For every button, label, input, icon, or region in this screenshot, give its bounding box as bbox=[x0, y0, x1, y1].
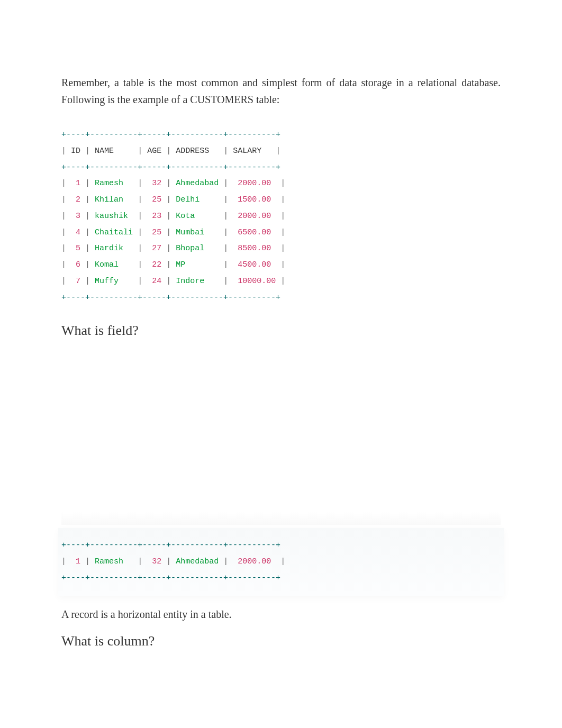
heading-what-is-column: What is column? bbox=[61, 633, 501, 649]
intro-paragraph: Remember, a table is the most common and… bbox=[61, 74, 501, 108]
customers-table-ascii: +----+----------+-----+-----------+-----… bbox=[61, 127, 501, 306]
blur-top bbox=[61, 512, 501, 525]
single-record-ascii: +----+----------+-----+-----------+-----… bbox=[58, 538, 504, 586]
single-record-block: +----+----------+-----+-----------+-----… bbox=[58, 528, 504, 596]
heading-what-is-field: What is field? bbox=[61, 323, 501, 339]
page-gap bbox=[61, 343, 501, 512]
record-description: A record is a horizontal entity in a tab… bbox=[61, 606, 501, 623]
